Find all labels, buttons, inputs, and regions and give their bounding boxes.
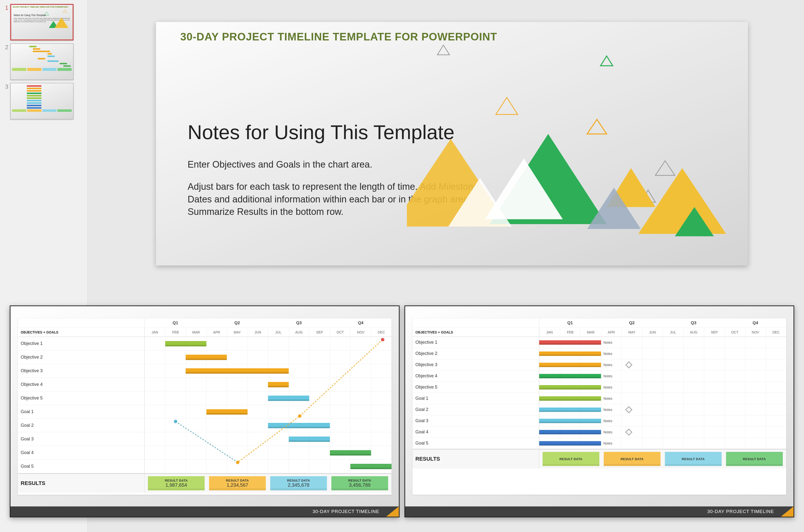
gantt-row: Goal 3Notes xyxy=(412,415,786,426)
gantt-row: Goal 2 xyxy=(18,419,392,432)
gantt-row: Goal 5Notes xyxy=(412,438,786,449)
gantt-row: Goal 3 xyxy=(18,432,392,446)
gantt-bar[interactable] xyxy=(539,430,601,434)
gantt-bar[interactable] xyxy=(165,341,206,346)
gantt-bar[interactable] xyxy=(330,450,371,456)
gantt-bar[interactable] xyxy=(186,368,289,374)
gantt-right: Q1 Q2 Q3 Q4 OBJECTIVES + GOALS JAN FEB M… xyxy=(412,318,786,495)
notes-label: Notes xyxy=(603,441,613,445)
slide-thumbnail-3[interactable] xyxy=(10,83,74,119)
slide-body: Notes for Using This Template Enter Obje… xyxy=(156,43,748,218)
result-box[interactable]: RESULT DATA xyxy=(604,452,660,466)
q3: Q3 xyxy=(268,318,330,328)
gantt-row: Objective 3Notes xyxy=(412,359,786,370)
gantt-row-label: Goal 3 xyxy=(412,415,539,426)
gantt-bar[interactable] xyxy=(539,441,601,445)
slide-thumbnail-2[interactable] xyxy=(10,43,74,80)
footer-accent-icon xyxy=(386,507,399,517)
gantt-row: Objective 1Notes xyxy=(412,337,786,348)
result-box[interactable]: RESULT DATA2,345,678 xyxy=(270,476,327,490)
slide-paragraph-2: Adjust bars for each task to represent t… xyxy=(188,180,490,218)
thumbnail-row-1: 1 30-DAY PROJECT TIMELINE TEMPLATE FOR P… xyxy=(0,3,88,42)
gantt-row-label: Objective 2 xyxy=(18,350,145,364)
gantt-bar[interactable] xyxy=(539,363,601,367)
preview-slide-3[interactable]: Q1 Q2 Q3 Q4 OBJECTIVES + GOALS JAN FEB M… xyxy=(405,305,794,517)
gantt-row: Goal 1 xyxy=(18,405,392,419)
gantt-row-label: Objective 4 xyxy=(18,378,145,391)
main-slide[interactable]: 30-DAY PROJECT TIMELINE TEMPLATE FOR POW… xyxy=(156,22,748,266)
gantt-right-corner xyxy=(412,318,539,328)
slide-header: 30-DAY PROJECT TIMELINE TEMPLATE FOR POW… xyxy=(156,22,748,43)
thumbnail-row-3: 3 xyxy=(0,82,88,121)
notes-label: Notes xyxy=(603,363,613,367)
footer-left: 30-DAY PROJECT TIMELINE xyxy=(11,507,399,517)
results-label: RESULTS xyxy=(18,474,145,493)
gantt-left-corner xyxy=(18,318,145,328)
gantt-bar[interactable] xyxy=(539,419,601,423)
gantt-row: Objective 2Notes xyxy=(412,348,786,359)
results-label-r: RESULTS xyxy=(412,450,539,469)
gantt-row: Objective 4Notes xyxy=(412,370,786,382)
results-row-left: RESULTS RESULT DATA1,987,654RESULT DATA1… xyxy=(18,473,392,493)
notes-label: Notes xyxy=(603,419,613,423)
gantt-bar[interactable] xyxy=(539,340,601,345)
gantt-left-quarters: Q1 Q2 Q3 Q4 xyxy=(18,318,392,328)
slide-title: Notes for Using This Template xyxy=(188,121,724,144)
gantt-row-label: Goal 5 xyxy=(412,438,539,449)
slide-paragraph-1: Enter Objectives and Goals in the chart … xyxy=(188,158,490,171)
slide-thumbnail-1[interactable]: 30-DAY PROJECT TIMELINE TEMPLATE FOR POW… xyxy=(10,4,74,40)
notes-label: Notes xyxy=(603,352,613,356)
gantt-bar[interactable] xyxy=(186,355,227,360)
gantt-row-label: Objective 4 xyxy=(412,370,539,381)
gantt-row-label: Goal 2 xyxy=(412,404,539,415)
notes-label: Notes xyxy=(603,397,613,400)
gantt-bar[interactable] xyxy=(350,464,392,469)
result-box[interactable]: RESULT DATA xyxy=(665,452,722,466)
gantt-left: Q1 Q2 Q3 Q4 OBJECTIVES + GOALS JAN FEB M… xyxy=(18,318,392,495)
gantt-row-label: Objective 3 xyxy=(412,359,539,370)
gantt-row-label: Goal 1 xyxy=(412,393,539,404)
gantt-bar[interactable] xyxy=(539,352,601,356)
footer-right: 30-DAY PROJECT TIMELINE xyxy=(405,507,793,517)
thumbnail-row-2: 2 xyxy=(0,42,88,82)
gantt-bar[interactable] xyxy=(539,407,601,412)
gantt-bar[interactable] xyxy=(539,385,601,390)
gantt-row: Objective 4 xyxy=(18,378,392,392)
gantt-row-label: Objective 1 xyxy=(412,337,539,348)
gantt-bar[interactable] xyxy=(268,396,309,401)
q4: Q4 xyxy=(330,318,392,328)
q1: Q1 xyxy=(145,318,206,328)
thumb-number-2: 2 xyxy=(2,43,10,80)
gantt-right-quarters: Q1 Q2 Q3 Q4 xyxy=(412,318,786,328)
gantt-row-label: Objective 5 xyxy=(18,392,145,405)
svg-marker-2 xyxy=(44,12,49,15)
gantt-bar[interactable] xyxy=(206,409,247,415)
gantt-row: Goal 5 xyxy=(18,460,392,473)
gantt-row: Goal 1Notes xyxy=(412,393,786,404)
footer-text: 30-DAY PROJECT TIMELINE xyxy=(313,509,379,514)
gantt-bar[interactable] xyxy=(289,437,330,442)
thumb-number-1: 1 xyxy=(2,4,10,40)
gantt-row: Objective 1 xyxy=(18,337,392,350)
thumb3-gantt xyxy=(11,83,73,113)
result-box[interactable]: RESULT DATA xyxy=(543,452,599,466)
gantt-bar[interactable] xyxy=(268,423,330,428)
result-box[interactable]: RESULT DATA1,234,567 xyxy=(209,476,266,490)
gantt-row: Objective 5 xyxy=(18,392,392,405)
gantt-left-months: OBJECTIVES + GOALS JAN FEB MAR APR MAY J… xyxy=(18,328,392,337)
result-box[interactable]: RESULT DATA1,987,654 xyxy=(148,476,205,490)
gantt-row: Goal 2Notes xyxy=(412,404,786,415)
gantt-row-label: Goal 3 xyxy=(18,432,145,446)
gantt-bar[interactable] xyxy=(268,382,289,387)
preview-slide-2[interactable]: Q1 Q2 Q3 Q4 OBJECTIVES + GOALS JAN FEB M… xyxy=(10,305,399,517)
gantt-row-label: Objective 1 xyxy=(18,337,145,350)
gantt-row-label: Goal 5 xyxy=(18,460,145,473)
gantt-right-months: OBJECTIVES + GOALS JAN FEB MAR APR MAY J… xyxy=(412,328,786,337)
notes-label: Notes xyxy=(603,374,613,378)
result-box[interactable]: RESULT DATA xyxy=(726,452,783,466)
gantt-bar[interactable] xyxy=(539,374,601,378)
notes-label: Notes xyxy=(603,341,613,344)
result-box[interactable]: RESULT DATA3,456,789 xyxy=(331,476,388,490)
thumb-number-3: 3 xyxy=(2,83,10,119)
gantt-bar[interactable] xyxy=(539,396,601,401)
